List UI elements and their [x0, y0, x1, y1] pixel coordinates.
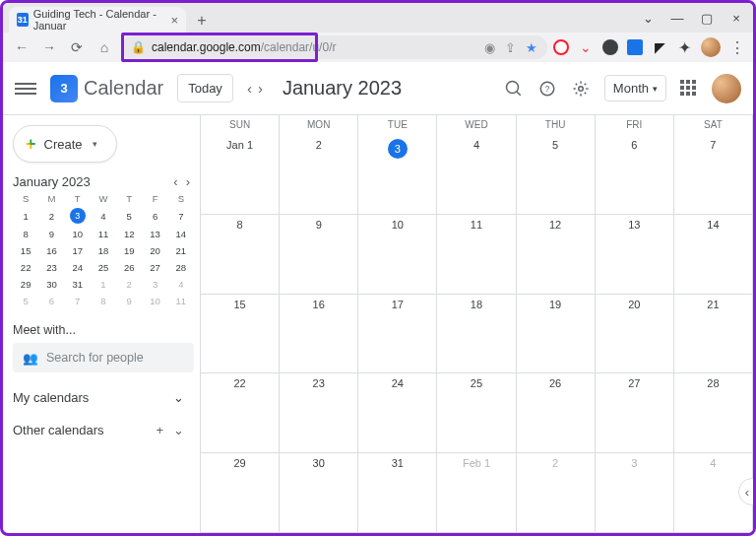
mini-day-cell[interactable]: 9	[38, 226, 64, 242]
mini-day-cell[interactable]: 6	[38, 293, 64, 309]
mini-day-cell[interactable]: 7	[65, 293, 91, 309]
new-tab-button[interactable]: +	[190, 9, 214, 33]
day-cell[interactable]: 15	[201, 295, 280, 374]
day-cell[interactable]: 20	[596, 295, 674, 374]
day-cell[interactable]: 13	[596, 215, 674, 295]
mini-day-cell[interactable]: 5	[13, 293, 38, 309]
day-cell[interactable]: 16	[280, 295, 358, 374]
mini-day-cell[interactable]: 17	[65, 242, 91, 259]
day-cell[interactable]: 24	[358, 373, 437, 453]
day-cell[interactable]: 3	[596, 453, 674, 533]
day-cell[interactable]: 25	[437, 373, 516, 453]
day-cell[interactable]: 27	[596, 373, 674, 453]
mini-day-cell[interactable]: 13	[142, 226, 167, 242]
mini-day-cell[interactable]: 6	[142, 206, 167, 226]
day-cell[interactable]: 19	[517, 295, 596, 374]
lock-icon[interactable]: 🔒	[131, 40, 146, 54]
calendar-logo[interactable]: 3 Calendar	[50, 75, 163, 102]
day-cell[interactable]: Jan 1	[201, 135, 280, 215]
day-cell[interactable]: 10	[358, 215, 437, 295]
day-cell[interactable]: 23	[280, 373, 358, 453]
mini-day-cell[interactable]: 16	[38, 242, 64, 259]
mini-day-cell[interactable]: 15	[13, 242, 38, 259]
day-cell[interactable]: 2	[517, 453, 596, 533]
mini-day-cell[interactable]: 26	[116, 259, 142, 276]
day-cell[interactable]: 7	[674, 135, 753, 215]
ext-icon-b[interactable]	[627, 39, 643, 55]
close-window-icon[interactable]: ×	[724, 11, 749, 26]
mini-day-cell[interactable]: 1	[91, 276, 116, 293]
next-period-button[interactable]: ›	[258, 80, 263, 97]
day-cell[interactable]: 11	[437, 215, 516, 295]
search-icon[interactable]	[504, 79, 524, 99]
mini-day-cell[interactable]: 25	[91, 259, 116, 276]
day-cell[interactable]: 18	[437, 295, 516, 374]
mini-day-cell[interactable]: 23	[38, 259, 64, 276]
chrome-menu-icon[interactable]: ⋮	[729, 38, 745, 57]
mini-day-cell[interactable]: 1	[13, 206, 38, 226]
mini-day-cell[interactable]: 5	[116, 206, 142, 226]
mini-prev-button[interactable]: ‹	[173, 174, 177, 189]
mini-calendar[interactable]: SMTWTFS 12345678910111213141516171819202…	[13, 191, 194, 309]
day-cell[interactable]: 14	[674, 215, 753, 295]
day-cell[interactable]: 26	[517, 373, 596, 453]
pocket-ext-icon[interactable]: ⌄	[578, 39, 594, 55]
mini-day-cell[interactable]: 18	[91, 242, 116, 259]
day-cell[interactable]: 31	[358, 453, 437, 533]
mini-day-cell[interactable]: 20	[142, 242, 167, 259]
day-cell[interactable]: Feb 1	[437, 453, 516, 533]
day-cell[interactable]: 2	[280, 135, 358, 215]
minimize-icon[interactable]: —	[664, 11, 690, 26]
mini-day-cell[interactable]: 14	[168, 226, 194, 242]
day-cell[interactable]: 4	[437, 135, 516, 215]
mini-month-label[interactable]: January 2023	[13, 174, 91, 189]
maximize-icon[interactable]: ▢	[694, 11, 720, 26]
mini-day-cell[interactable]: 2	[116, 276, 142, 293]
address-bar[interactable]: 🔒 calendar.google.com/calendar/u/0/r ◉ ⇪…	[121, 35, 547, 59]
close-tab-icon[interactable]: ×	[170, 13, 178, 28]
my-calendars-toggle[interactable]: My calendars ⌄	[13, 390, 194, 405]
mini-day-cell[interactable]: 19	[116, 242, 142, 259]
mini-day-cell[interactable]: 4	[91, 206, 116, 226]
star-icon[interactable]: ★	[526, 40, 537, 55]
day-cell[interactable]: 8	[201, 215, 280, 295]
forward-button[interactable]: →	[38, 36, 60, 58]
day-cell[interactable]: 9	[280, 215, 358, 295]
browser-tab[interactable]: 31 Guiding Tech - Calendar - Januar ×	[9, 7, 186, 33]
day-cell[interactable]: 5	[517, 135, 596, 215]
settings-icon[interactable]	[571, 79, 591, 99]
other-calendars-toggle[interactable]: Other calendars + ⌄	[13, 423, 194, 437]
mini-day-cell[interactable]: 21	[168, 242, 194, 259]
chevron-down-icon[interactable]: ⌄	[635, 11, 661, 26]
reload-button[interactable]: ⟳	[66, 36, 88, 58]
ext-icon-a[interactable]	[602, 39, 618, 55]
profile-avatar-icon[interactable]	[701, 37, 721, 57]
day-cell[interactable]: 21	[674, 295, 753, 374]
mini-day-cell[interactable]: 8	[91, 293, 116, 309]
mini-day-cell[interactable]: 24	[65, 259, 91, 276]
day-cell[interactable]: 3	[358, 135, 437, 215]
mini-day-cell[interactable]: 7	[168, 206, 194, 226]
mini-day-cell[interactable]: 10	[65, 226, 91, 242]
mini-day-cell[interactable]: 3	[65, 206, 91, 226]
puzzle-ext-icon[interactable]: ✦	[676, 39, 692, 55]
mini-day-cell[interactable]: 3	[142, 276, 167, 293]
day-cell[interactable]: 6	[596, 135, 674, 215]
mini-day-cell[interactable]: 22	[13, 259, 38, 276]
prev-period-button[interactable]: ‹	[247, 80, 252, 97]
back-button[interactable]: ←	[11, 36, 32, 58]
mini-day-cell[interactable]: 29	[13, 276, 38, 293]
day-cell[interactable]: 22	[201, 373, 280, 453]
google-apps-icon[interactable]	[680, 80, 698, 98]
eye-icon[interactable]: ◉	[484, 40, 495, 55]
period-title[interactable]: January 2023	[283, 77, 402, 100]
mini-day-cell[interactable]: 12	[116, 226, 142, 242]
view-select[interactable]: Month ▾	[604, 75, 666, 101]
mini-day-cell[interactable]: 30	[38, 276, 64, 293]
today-button[interactable]: Today	[177, 74, 233, 102]
search-people-input[interactable]: 👥 Search for people	[13, 343, 194, 372]
day-cell[interactable]: 30	[280, 453, 358, 533]
create-button[interactable]: + Create ▾	[13, 125, 117, 163]
mini-day-cell[interactable]: 31	[65, 276, 91, 293]
mini-day-cell[interactable]: 11	[168, 293, 194, 309]
